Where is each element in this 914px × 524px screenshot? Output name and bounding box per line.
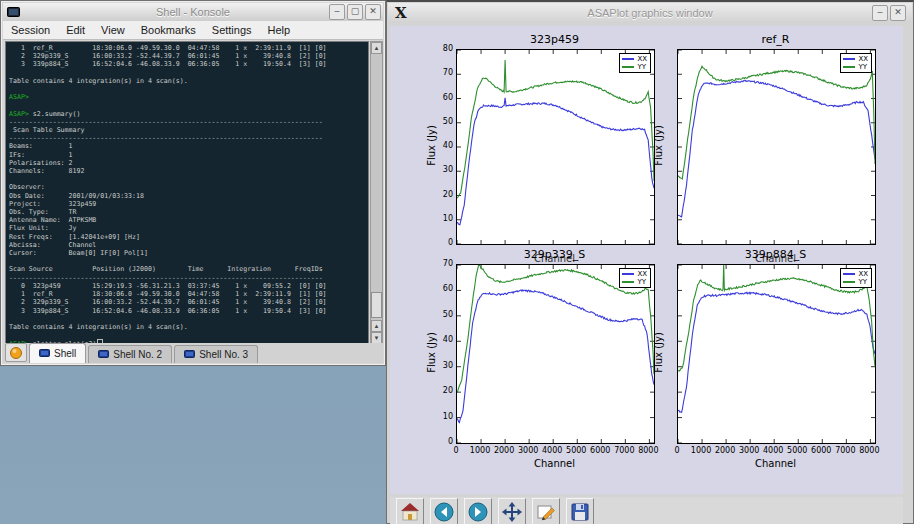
tab-label: Shell <box>54 348 76 359</box>
terminal-line: Cursor: Beam[0] IF[0] Pol[1] <box>9 249 368 257</box>
shell-tab-shell-no-2[interactable]: Shell No. 2 <box>88 345 172 363</box>
legend: XXYY <box>619 268 651 288</box>
subplot-title: ref_R <box>677 33 874 46</box>
forward-icon <box>467 501 489 523</box>
ytick-label: 10 <box>428 214 453 223</box>
scroll-up2-icon[interactable]: ▲ <box>371 320 382 332</box>
new-session-button[interactable] <box>5 343 27 362</box>
asaplot-window-title: ASAPlot graphics window <box>388 7 912 19</box>
legend-label: XX <box>858 55 868 63</box>
konsole-window-title: Shell - Konsole <box>3 6 383 18</box>
legend-line-icon <box>843 281 855 283</box>
shell-screen-icon <box>184 350 195 359</box>
shell-tab-shell-no-3[interactable]: Shell No. 3 <box>174 345 258 363</box>
asaplot-window: X ASAPlot graphics window – ✕ ChannelXXY… <box>386 0 914 524</box>
terminal-line: Antenna Name: ATPKSMB <box>9 216 368 224</box>
shell-tab-shell[interactable]: Shell <box>29 343 86 363</box>
back-icon <box>433 501 455 523</box>
legend: XXYY <box>619 53 651 73</box>
yaxis-label: Flux (Jy) <box>426 323 439 383</box>
shell-screen-icon <box>39 349 50 358</box>
ytick-label: 0 <box>428 437 453 446</box>
plot-toolbar <box>390 497 903 524</box>
home-button[interactable] <box>396 498 424 524</box>
terminal-line: Channels: 8192 <box>9 167 368 175</box>
close-button[interactable]: ✕ <box>365 4 381 20</box>
terminal-line <box>9 315 368 323</box>
legend-line-icon <box>843 273 855 275</box>
menu-item-settings[interactable]: Settings <box>204 24 260 36</box>
ytick-label: 70 <box>428 68 453 77</box>
xaxis-label: Channel <box>677 458 874 469</box>
terminal-line: Scan Source Position (J2000) Time Integr… <box>9 265 368 273</box>
menu-item-view[interactable]: View <box>93 24 133 36</box>
new-session-icon <box>9 346 23 360</box>
pan-button[interactable] <box>498 498 526 524</box>
legend-label: XX <box>858 270 868 278</box>
maximize-button[interactable]: ▢ <box>347 4 363 20</box>
asaplot-window-buttons: – ✕ <box>872 5 906 21</box>
menu-item-edit[interactable]: Edit <box>58 24 93 36</box>
legend-entry-YY: YY <box>622 278 647 286</box>
menu-item-help[interactable]: Help <box>260 24 299 36</box>
plot-canvas-329p339_S <box>457 265 654 443</box>
menu-item-bookmarks[interactable]: Bookmarks <box>133 24 204 36</box>
scrollbar-thumb[interactable] <box>371 292 382 318</box>
scroll-up-icon[interactable]: ▲ <box>371 42 382 54</box>
legend-label: XX <box>637 270 647 278</box>
plot-canvas-ref_R <box>678 50 875 244</box>
terminal-scrollbar[interactable]: ▲ ▲ ▼ <box>370 41 383 345</box>
menu-item-session[interactable]: Session <box>3 24 58 36</box>
ytick-label: 60 <box>428 284 453 293</box>
tab-label: Shell No. 3 <box>199 349 248 360</box>
minimize-button[interactable]: – <box>872 5 888 21</box>
terminal-output[interactable]: 1 ref_R 18:30:06.0 -49.59.30.0 04:47:58 … <box>5 41 369 345</box>
shell-screen-icon <box>98 350 109 359</box>
yaxis-label: Flux (Jy) <box>653 323 666 383</box>
yaxis-label: Flux (Jy) <box>426 116 439 176</box>
terminal-line: Beams: 1 <box>9 142 368 150</box>
terminal-line: Table contains 4 integration(s) in 4 sca… <box>9 77 368 85</box>
ytick-label: 20 <box>428 190 453 199</box>
terminal-line <box>9 257 368 265</box>
legend-entry-YY: YY <box>843 278 868 286</box>
terminal-line: IFs: 1 <box>9 151 368 159</box>
terminal-line <box>9 101 368 109</box>
terminal-line: Scan Table Summary <box>9 126 368 134</box>
asaplot-titlebar[interactable]: X ASAPlot graphics window – ✕ <box>388 3 912 23</box>
back-button[interactable] <box>430 498 458 524</box>
terminal-line: Flux Unit: Jy <box>9 224 368 232</box>
xaxis-label: Channel <box>456 458 653 469</box>
ytick-label: 80 <box>428 44 453 53</box>
legend-entry-XX: XX <box>622 55 647 63</box>
plot-canvas-323p459 <box>457 50 654 244</box>
legend-entry-YY: YY <box>843 63 868 71</box>
ytick-label: 70 <box>428 259 453 268</box>
desktop: Shell - Konsole – ▢ ✕ SessionEditViewBoo… <box>0 0 914 524</box>
ytick-label: 60 <box>428 93 453 102</box>
legend-entry-XX: XX <box>843 270 868 278</box>
minimize-button[interactable]: – <box>329 4 345 20</box>
tab-label: Shell No. 2 <box>113 349 162 360</box>
legend-label: YY <box>858 278 867 286</box>
series-line-XX <box>457 290 654 423</box>
subplot-title: 329p339_S <box>456 248 653 261</box>
save-button[interactable] <box>566 498 594 524</box>
legend-entry-XX: XX <box>843 55 868 63</box>
terminal-line: 0 323p459 15:29:19.3 -56.31.21.3 03:37:4… <box>9 282 368 290</box>
terminal-line: ----------------------------------------… <box>9 274 368 282</box>
konsole-menubar: SessionEditViewBookmarksSettingsHelp <box>3 21 383 40</box>
close-button[interactable]: ✕ <box>890 5 906 21</box>
terminal-line: ----------------------------------------… <box>9 118 368 126</box>
legend-entry-XX: XX <box>622 270 647 278</box>
save-icon <box>569 501 591 523</box>
konsole-window: Shell - Konsole – ▢ ✕ SessionEditViewBoo… <box>0 0 386 366</box>
configure-subplots-button[interactable] <box>532 498 560 524</box>
forward-button[interactable] <box>464 498 492 524</box>
konsole-titlebar[interactable]: Shell - Konsole – ▢ ✕ <box>3 3 383 21</box>
figure-canvas[interactable]: ChannelXXYY323p45901020304050607080Flux … <box>390 26 903 494</box>
terminal-line: Observer: <box>9 183 368 191</box>
terminal-line: 2 329p339_S 16:00:33.2 -52.44.39.7 06:01… <box>9 298 368 306</box>
terminal-line: ASAP> s2.summary() <box>9 110 368 118</box>
legend-label: YY <box>637 63 646 71</box>
